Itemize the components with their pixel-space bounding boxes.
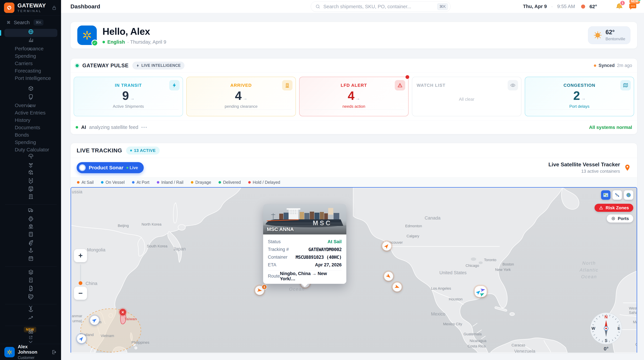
sidebar-item[interactable]: Documents bbox=[4, 124, 57, 131]
global-search[interactable]: ⌘K bbox=[311, 1, 450, 12]
sidebar-item[interactable]: Intelligence bbox=[4, 37, 57, 45]
kpi-lfd-alert[interactable]: LFD ALERT 4→ needs action bbox=[299, 77, 408, 116]
sidebar-item[interactable]: Bonds bbox=[4, 131, 57, 139]
notifications-button[interactable]: 1 bbox=[615, 2, 624, 11]
logout-icon[interactable] bbox=[51, 349, 57, 355]
lock-icon[interactable] bbox=[51, 5, 57, 11]
notification-count-badge: 1 bbox=[620, 0, 625, 6]
layer-world-map-button[interactable] bbox=[601, 190, 610, 200]
legend-label: Drayage bbox=[196, 180, 211, 185]
sidebar-item[interactable]: Performance bbox=[4, 45, 57, 52]
kpi-arrived[interactable]: ARRIVED 4→ pending clearance bbox=[186, 77, 296, 116]
product-sonar-toggle[interactable]: Product Sonar Live bbox=[77, 162, 144, 173]
header-date: Thu, Apr 9 bbox=[523, 4, 547, 9]
sidebar-item[interactable]: Standard Shipping bbox=[4, 207, 57, 215]
sidebar-item[interactable]: Insurance bbox=[4, 153, 57, 161]
ports-button[interactable]: Ports bbox=[607, 214, 633, 223]
risk-zones-button[interactable]: Risk Zones bbox=[594, 204, 633, 212]
legend-dot-icon bbox=[218, 181, 221, 184]
vessel-map[interactable]: ussiaMongoliaChinaBeijingNorth KoreaSout… bbox=[70, 187, 637, 352]
divider bbox=[5, 326, 57, 326]
zoom-in-button[interactable]: + bbox=[74, 249, 87, 262]
nav-section-main: Overview Intelligence Performance bbox=[4, 29, 57, 82]
apps-button[interactable] bbox=[602, 2, 610, 11]
sidebar-search[interactable]: Search ⌘K bbox=[4, 18, 57, 27]
sidebar-item-icon bbox=[28, 256, 34, 261]
verified-check-icon: ✓ bbox=[92, 40, 98, 46]
sidebar-item-icon bbox=[28, 170, 34, 175]
sidebar-item[interactable]: Trade Data NEW bbox=[4, 315, 57, 323]
sidebar-search-label: Search bbox=[14, 20, 30, 25]
sidebar-item[interactable]: Emissions Calculator bbox=[4, 239, 57, 248]
sidebar-item[interactable]: Suppliers bbox=[4, 186, 57, 194]
sidebar-item[interactable]: History bbox=[4, 117, 57, 124]
sidebar-item[interactable]: Tariff Simulator bbox=[4, 231, 57, 239]
sidebar-item[interactable]: Anchor Miles bbox=[4, 307, 57, 315]
sidebar-item[interactable]: Vessel Schedules bbox=[4, 256, 57, 264]
sidebar-item[interactable]: Inventory bbox=[4, 178, 57, 186]
live-tracking-card: LIVE TRACKING 13 ACTIVE Product Sonar Li… bbox=[70, 143, 637, 353]
sidebar-item[interactable]: Ports bbox=[4, 248, 57, 256]
sidebar-item[interactable]: Customs bbox=[4, 94, 57, 102]
sidebar-item[interactable]: Duty Calculator bbox=[4, 146, 57, 153]
sidebar-item-label: Port Intelligence bbox=[15, 75, 56, 81]
sidebar-item[interactable]: Invoices bbox=[4, 277, 57, 285]
sidebar-item-icon bbox=[28, 248, 34, 253]
sidebar-item-icon bbox=[28, 223, 34, 229]
sidebar-item-label: Spending bbox=[15, 53, 56, 59]
layer-globe-button[interactable] bbox=[624, 190, 633, 200]
popup-container-row: Container MSCU8891023 (40HC) bbox=[268, 253, 342, 261]
sidebar-item[interactable]: Overview bbox=[4, 102, 57, 109]
chat-button[interactable]: NEW bbox=[628, 2, 637, 11]
sidebar-item[interactable]: Forecasting bbox=[4, 67, 57, 75]
sidebar-item[interactable]: Spending bbox=[4, 139, 57, 146]
sync-dot-icon bbox=[594, 65, 596, 67]
user-profile[interactable]: Alex Johnson Customer bbox=[0, 344, 61, 360]
compass[interactable]: N S W E 0° bbox=[590, 312, 622, 351]
sidebar-item[interactable]: 3D Load Planner bbox=[4, 223, 57, 231]
kpi-congestion[interactable]: CONGESTION 2→ Port delays bbox=[525, 77, 634, 116]
language-label[interactable]: English bbox=[107, 39, 125, 45]
sidebar-item[interactable]: E-Filing bbox=[4, 285, 57, 293]
sidebar-item-icon bbox=[28, 269, 34, 275]
sidebar-item[interactable]: My Shipments bbox=[4, 86, 57, 94]
zoom-slider-handle[interactable] bbox=[79, 281, 82, 285]
vessel-popup[interactable]: MSC MSC ANNA Status bbox=[263, 204, 346, 284]
sidebar-item[interactable]: CO2 Insetting bbox=[4, 161, 57, 170]
sidebar-item[interactable]: Documents bbox=[4, 269, 57, 277]
ai-loading-dots: ••• bbox=[141, 125, 148, 130]
kpi-in-transit[interactable]: IN TRANSIT 9→ Active Shipments bbox=[74, 77, 183, 116]
target-icon bbox=[611, 216, 616, 221]
kpi-caption: Active Shipments bbox=[74, 104, 183, 109]
sidebar-item[interactable]: Resources bbox=[4, 293, 57, 301]
sidebar-item-icon bbox=[28, 37, 34, 43]
kpi-value: 9 bbox=[122, 89, 129, 102]
popup-tracking-row: Tracking # GATEWAYDM0002 bbox=[268, 245, 342, 253]
layer-satellite-button[interactable] bbox=[612, 190, 622, 200]
sidebar-item[interactable]: Active Entries bbox=[4, 109, 57, 117]
zoom-out-button[interactable]: − bbox=[74, 287, 87, 300]
sidebar-item[interactable]: Carriers bbox=[4, 60, 57, 67]
search-shortcut-badge: ⌘K bbox=[437, 3, 448, 10]
sidebar-item[interactable]: Overview bbox=[4, 29, 57, 37]
toggle-knob bbox=[79, 164, 86, 171]
search-input[interactable] bbox=[320, 4, 437, 10]
sidebar-item[interactable]: Port Intelligence bbox=[4, 75, 57, 82]
live-dot-icon bbox=[76, 64, 79, 67]
arrow-icon: → bbox=[581, 96, 586, 101]
sync-time: 2m ago bbox=[617, 63, 632, 68]
sidebar-item[interactable]: Inbound Orders bbox=[4, 170, 57, 178]
arrow-icon: → bbox=[356, 96, 360, 101]
legend-item: Inland / Rail bbox=[157, 180, 184, 185]
status-value: At Sail bbox=[328, 239, 342, 244]
sidebar-item[interactable]: Track & Trace bbox=[4, 215, 57, 223]
sidebar-item[interactable]: Spending bbox=[4, 52, 57, 60]
ai-status-text: analyzing satellite feed bbox=[89, 125, 138, 130]
popup-status-row: Status At Sail bbox=[268, 238, 342, 245]
kpi-watch-list[interactable]: WATCH LIST All clear bbox=[412, 77, 521, 116]
sidebar-item[interactable]: Vendors bbox=[4, 194, 57, 202]
sidebar-item[interactable]: App Marketplace bbox=[4, 329, 57, 337]
tracker-panel-subtitle: 13 active containers bbox=[548, 169, 620, 174]
zoom-slider-track[interactable] bbox=[80, 264, 81, 282]
eye-icon bbox=[508, 80, 518, 91]
